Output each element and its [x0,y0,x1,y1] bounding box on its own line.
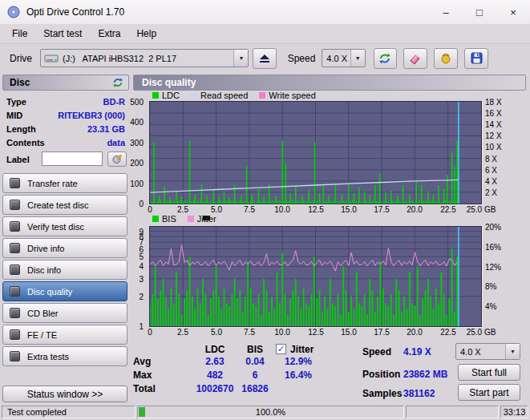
axis-tick: 16 X [485,109,502,118]
samples-stat-label: Samples [362,388,402,399]
status-message-cell: Test completed [2,406,136,418]
legend-read-speed: Read speed [191,91,248,100]
total-bis-value: 16826 [237,383,273,394]
axis-tick: 8 X [485,155,497,164]
drive-icon [44,54,59,63]
sidebar-item-label: Verify test disc [27,222,84,232]
sidebar-item-cd-bler[interactable]: CD Bler [2,303,127,323]
info-value: 23.31 GB [87,124,125,134]
info-value[interactable]: data [107,138,125,147]
axis-tick: 4% [485,302,496,311]
erase-disc-button[interactable] [403,48,427,69]
start-part-button[interactable]: Start part [458,384,520,401]
info-label: MID [6,111,22,120]
bis-column-header: BIS [237,344,273,355]
samples-stat-value: 381162 [403,388,435,399]
sidebar-item-fe-te[interactable]: FE / TE [2,325,127,345]
sidebar-item-disc-info[interactable]: Disc info [2,260,127,280]
minimize-button[interactable]: – [429,0,463,24]
axis-tick: 4 X [485,177,497,186]
bis-swatch-icon [152,216,159,222]
start-part-label: Start part [469,387,508,398]
edit-label-button[interactable] [107,151,127,167]
drive-value: (J:) ATAPI iHBS312 2 PL17 [59,54,176,63]
progress-percent: 100.0% [138,407,403,417]
sidebar-item-drive-info[interactable]: Drive info [2,238,127,258]
menu-file[interactable]: File [4,26,35,42]
total-ldc-value: 1002670 [195,383,235,394]
axis-tick: 12% [485,263,501,272]
save-button[interactable] [464,48,488,69]
axis-tick: 25.0 GB [461,205,501,214]
position-stat-value: 23862 MB [403,369,447,380]
start-full-label: Start full [471,367,507,378]
refresh-button[interactable] [374,48,397,69]
axis-tick: 20% [485,223,501,232]
axis-tick: 16% [485,243,501,252]
refresh-disc-button[interactable] [112,77,123,88]
max-bis-value: 6 [237,370,273,381]
info-row-length: Length 23.31 GB [2,122,129,135]
status-window-button[interactable]: Status window >> [2,386,127,402]
avg-jitter-value: 12.9% [279,356,318,367]
jitter-checkbox[interactable]: ✓ [276,344,286,354]
sidebar-item-label: Transfer rate [27,179,78,188]
bis-chart-svg [150,227,481,326]
info-row-type: Type BD-R [2,95,129,108]
drive-select[interactable]: (J:) ATAPI iHBS312 2 PL17 ▼ [40,49,249,67]
sidebar-item-label: Extra tests [27,352,69,361]
axis-tick: 8% [485,282,496,291]
bis-y-axis-right: 20%16%12%8%4% [483,227,511,326]
menu-help[interactable]: Help [128,26,164,42]
sidebar-item-label: Disc quality [27,287,72,297]
sidebar-item-create-test-disc[interactable]: Create test disc [2,195,127,215]
toolbar: Drive (J:) ATAPI iHBS312 2 PL17 ▼ Speed … [0,44,530,72]
bis-chart [149,226,482,327]
sidebar-item-label: Disc info [27,265,61,275]
elapsed-time: 33:13 [500,406,528,418]
axis-tick: 25.0 GB [461,328,501,337]
total-row-label: Total [133,383,156,394]
close-button[interactable]: × [496,0,530,24]
info-label: Type [6,97,26,107]
maximize-button[interactable]: □ [463,0,496,24]
disc-info-icon [10,265,20,275]
menu-start-test[interactable]: Start test [35,26,90,42]
avg-ldc-value: 2.63 [195,356,235,367]
disc-panel-title: Disc [10,77,30,88]
sidebar-item-extra-tests[interactable]: Extra tests [2,346,127,366]
axis-tick: 100 [130,180,144,188]
label-input[interactable] [42,151,103,166]
sidebar-item-transfer-rate[interactable]: Transfer rate [2,173,127,193]
read-speed-swatch-icon [191,92,197,99]
position-marker [203,216,210,220]
info-row-contents: Contents data [2,135,129,149]
verify-test-disc-icon [10,221,20,232]
axis-tick: 2 X [485,188,497,197]
label-field-label: Label [6,155,30,164]
ldc-y-axis-right: 18 X16 X14 X12 X10 X8 X6 X4 X2 X [483,102,511,204]
jitter-checkbox-label: Jitter [290,344,314,355]
legend-label: Read speed [200,91,248,100]
cd-bler-icon [10,308,20,318]
speed-value: 4.0 X [322,54,347,63]
eject-button[interactable] [253,48,276,69]
ldc-y-axis-left: 5004003002001000 [125,102,147,204]
speed-limit-select[interactable]: 4.0 X ▼ [455,343,520,360]
legend-label: BIS [162,214,176,224]
position-stat-label: Position [362,369,400,380]
refresh-icon [112,77,123,88]
speed-select[interactable]: 4.0 X ▼ [322,49,365,67]
sidebar-item-disc-quality[interactable]: Disc quality [2,281,127,301]
ldc-chart-svg [150,102,481,204]
axis-tick: 14 X [485,120,502,129]
clean-disc-button[interactable] [434,48,458,69]
check-icon: ✓ [277,344,285,354]
sidebar-item-verify-test-disc[interactable]: Verify test disc [2,216,127,236]
status-message: Test completed [7,407,67,417]
sidebar-item-label: FE / TE [27,330,57,340]
menu-extra[interactable]: Extra [90,26,128,42]
title-bar: Opti Drive Control 1.70 – □ × [0,0,530,25]
bis-y-axis-left: 987654321 [125,227,147,326]
start-full-button[interactable]: Start full [458,364,520,381]
